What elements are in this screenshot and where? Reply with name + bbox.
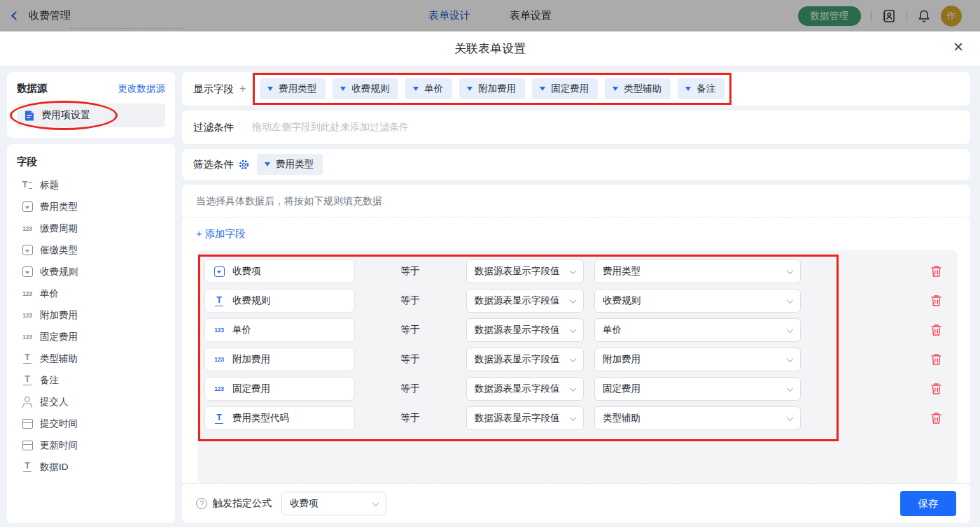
- triangle-down-icon: [540, 87, 545, 91]
- field-list-item[interactable]: 缴费周期: [17, 217, 165, 239]
- gear-icon[interactable]: [239, 159, 249, 170]
- rule-target-dropdown[interactable]: 收费规则: [594, 289, 801, 313]
- modal-footer: ? 触发指定公式 收费项 保存: [182, 484, 970, 523]
- chevron-down-icon: [570, 385, 577, 392]
- field-type-icon: [20, 353, 34, 364]
- rule-field-selector[interactable]: 附加费用: [204, 348, 355, 371]
- filter-dropzone-placeholder[interactable]: 拖动左侧字段到此处来添加过滤条件: [252, 121, 409, 134]
- save-button[interactable]: 保存: [900, 491, 956, 516]
- field-list-item[interactable]: 数据ID: [17, 456, 165, 478]
- field-list-item[interactable]: 固定费用: [17, 326, 165, 348]
- display-field-chip[interactable]: 费用类型: [260, 78, 326, 99]
- field-list-item[interactable]: 费用类型: [17, 196, 165, 217]
- field-type-icon: [20, 223, 34, 234]
- rule-field-selector[interactable]: 费用类型代码: [204, 406, 355, 430]
- field-list-item[interactable]: 标题: [17, 174, 165, 196]
- field-list-item[interactable]: 催缴类型: [17, 239, 165, 261]
- field-type-icon: [20, 462, 34, 473]
- address-book-icon[interactable]: [881, 8, 897, 24]
- rule-source-dropdown[interactable]: 数据源表显示字段值: [466, 406, 584, 430]
- field-type-icon: [20, 397, 34, 408]
- field-type-icon: [20, 418, 34, 429]
- display-field-chip[interactable]: 备注: [678, 78, 724, 99]
- header-tabs: 表单设计 表单设置: [428, 9, 552, 22]
- field-type-icon: [212, 266, 226, 277]
- tab-form-settings[interactable]: 表单设置: [510, 9, 552, 22]
- chevron-down-icon: [787, 326, 794, 333]
- trash-icon: [930, 412, 942, 424]
- delete-rule-button[interactable]: [930, 265, 942, 278]
- display-field-chip[interactable]: 固定费用: [532, 78, 598, 99]
- annotation-red-box-chips: 费用类型 收费规则 单价: [253, 73, 732, 105]
- modal-body: 数据源 更改数据源 费用项设置 字: [0, 66, 980, 527]
- delete-rule-button[interactable]: [930, 353, 942, 366]
- rule-field-selector[interactable]: 单价: [204, 318, 355, 342]
- add-display-field-button[interactable]: +: [239, 83, 246, 95]
- rule-target-dropdown[interactable]: 附加费用: [594, 348, 801, 371]
- delete-rule-button[interactable]: [930, 383, 942, 395]
- back-button[interactable]: 收费管理: [13, 9, 71, 22]
- screen-condition-label: 筛选条件: [193, 158, 234, 171]
- delete-rule-button[interactable]: [930, 412, 942, 424]
- screen-condition-chip[interactable]: 费用类型: [257, 154, 323, 175]
- trash-icon: [930, 324, 942, 336]
- fill-rule-row: 收费项 等于 数据源表显示字段值 费用类型: [204, 259, 958, 283]
- add-field-link[interactable]: + 添加字段: [182, 217, 260, 249]
- delete-rule-button[interactable]: [930, 324, 942, 336]
- field-list-item[interactable]: 备注: [17, 369, 165, 391]
- fill-rule-row: 固定费用 等于 数据源表显示字段值 固定费用: [204, 377, 958, 401]
- field-type-icon: [20, 201, 34, 213]
- trigger-formula-dropdown[interactable]: 收费项: [281, 492, 386, 515]
- field-list-item[interactable]: 类型辅助: [17, 348, 165, 369]
- field-type-icon: [20, 266, 34, 278]
- field-list-item[interactable]: 提交人: [17, 391, 165, 413]
- tab-form-design[interactable]: 表单设计: [428, 9, 470, 22]
- rule-field-selector[interactable]: 收费项: [204, 259, 355, 283]
- help-icon[interactable]: ?: [196, 498, 207, 509]
- close-icon[interactable]: ×: [953, 37, 963, 57]
- change-datasource-link[interactable]: 更改数据源: [118, 83, 166, 95]
- chevron-down-icon: [787, 414, 794, 421]
- field-list-item[interactable]: 附加费用: [17, 304, 165, 326]
- field-list-item[interactable]: 单价: [17, 283, 165, 304]
- rule-field-selector[interactable]: 收费规则: [204, 289, 355, 313]
- notification-bell-icon[interactable]: [917, 9, 931, 23]
- chevron-down-icon: [570, 414, 577, 421]
- rule-source-dropdown[interactable]: 数据源表显示字段值: [466, 377, 584, 401]
- delete-rule-button[interactable]: [930, 294, 942, 307]
- display-field-chip[interactable]: 单价: [405, 78, 452, 99]
- chevron-down-icon: [570, 267, 577, 274]
- rule-target-dropdown[interactable]: 单价: [594, 318, 801, 342]
- rule-source-dropdown[interactable]: 数据源表显示字段值: [466, 259, 584, 283]
- chevron-down-icon: [372, 499, 379, 506]
- page-title: 收费管理: [29, 9, 71, 22]
- display-field-chip[interactable]: 类型辅助: [605, 78, 671, 99]
- header-actions: 数据管理 作: [798, 6, 962, 27]
- rule-operator-label: 等于: [400, 294, 420, 307]
- rule-operator-label: 等于: [400, 383, 420, 395]
- rule-target-dropdown[interactable]: 固定费用: [594, 377, 801, 401]
- datasource-selected-item[interactable]: 费用项设置: [17, 104, 165, 127]
- display-field-chip[interactable]: 收费规则: [332, 78, 398, 99]
- rule-target-dropdown[interactable]: 类型辅助: [594, 406, 801, 430]
- field-list-item[interactable]: 更新时间: [17, 434, 165, 456]
- user-avatar[interactable]: 作: [941, 6, 962, 27]
- triangle-down-icon: [340, 87, 346, 91]
- display-field-chip[interactable]: 附加费用: [459, 78, 525, 99]
- field-type-icon: [212, 413, 226, 424]
- triangle-down-icon: [467, 87, 472, 91]
- rule-target-dropdown[interactable]: 费用类型: [594, 259, 801, 283]
- field-type-icon: [20, 288, 34, 299]
- field-list-item[interactable]: 收费规则: [17, 261, 165, 283]
- top-header-bar: 收费管理 表单设计 表单设置 数据管理: [0, 0, 980, 31]
- rule-field-selector[interactable]: 固定费用: [204, 377, 355, 401]
- rule-source-dropdown[interactable]: 数据源表显示字段值: [466, 348, 584, 371]
- field-list-item[interactable]: 提交时间: [17, 413, 165, 434]
- fill-rule-row: 费用类型代码 等于 数据源表显示字段值 类型辅助: [204, 406, 958, 430]
- rule-source-dropdown[interactable]: 数据源表显示字段值: [466, 318, 584, 342]
- rule-operator-label: 等于: [400, 353, 420, 366]
- field-type-icon: [212, 383, 226, 394]
- divider: [871, 10, 872, 22]
- data-manage-button[interactable]: 数据管理: [798, 6, 861, 26]
- rule-source-dropdown[interactable]: 数据源表显示字段值: [466, 289, 584, 313]
